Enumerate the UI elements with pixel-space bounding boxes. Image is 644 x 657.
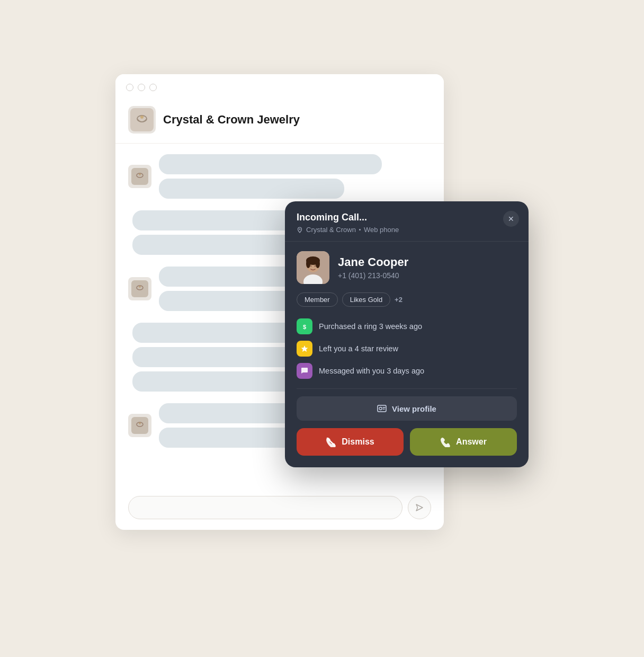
contact-info: Jane Cooper +1 (401) 213-0540 <box>338 255 517 280</box>
dismiss-phone-icon <box>326 437 336 447</box>
svg-point-18 <box>316 260 320 268</box>
brand-name: Crystal & Crown Jewelry <box>163 113 300 127</box>
location-icon <box>297 227 303 233</box>
svg-point-12 <box>299 228 300 229</box>
close-button[interactable]: ✕ <box>503 211 519 227</box>
chat-thumb-1 <box>128 165 151 188</box>
contact-name: Jane Cooper <box>338 255 517 269</box>
svg-rect-6 <box>131 280 148 297</box>
subtitle-location: Crystal & Crown <box>306 226 356 234</box>
chat-lines-1 <box>159 154 431 199</box>
chat-thumb-2 <box>128 277 151 300</box>
dismiss-button[interactable]: Dismiss <box>297 428 404 456</box>
tag-likes-gold: Likes Gold <box>342 292 390 307</box>
message-icon <box>297 363 312 379</box>
popup-header: Incoming Call... Crystal & Crown Web pho… <box>285 201 529 242</box>
svg-point-2 <box>140 116 144 119</box>
purchase-icon: $ <box>297 318 312 334</box>
tag-member: Member <box>297 292 338 307</box>
browser-dot-2 <box>138 84 145 91</box>
subtitle-dot <box>359 229 361 230</box>
answer-phone-icon <box>440 437 451 447</box>
activity-list: $ Purchased a ring 3 weeks ago Left you … <box>285 315 529 388</box>
popup-title: Incoming Call... <box>297 212 517 223</box>
activity-item-purchase: $ Purchased a ring 3 weeks ago <box>297 318 517 334</box>
svg-point-19 <box>310 265 312 267</box>
chat-bubble <box>132 323 297 343</box>
svg-marker-23 <box>301 345 308 352</box>
activity-text-message: Messaged with you 3 days ago <box>319 367 424 375</box>
activity-text-review: Left you a 4 star review <box>319 344 398 353</box>
brand-logo <box>128 106 156 134</box>
action-buttons: Dismiss Answer <box>285 428 529 467</box>
avatar <box>297 251 329 284</box>
dismiss-label: Dismiss <box>342 437 374 447</box>
chat-thumb-3 <box>128 414 151 437</box>
browser-header: Crystal & Crown Jewelry <box>115 99 444 144</box>
svg-point-11 <box>139 422 141 424</box>
view-profile-label: View profile <box>392 404 436 413</box>
chat-bubble <box>159 154 382 174</box>
tag-more: +2 <box>395 296 402 304</box>
view-profile-button[interactable]: View profile <box>297 396 517 421</box>
activity-item-review: Left you a 4 star review <box>297 341 517 357</box>
scene: Crystal & Crown Jewelry <box>115 74 529 583</box>
svg-point-17 <box>306 260 310 268</box>
activity-text-purchase: Purchased a ring 3 weeks ago <box>319 322 422 331</box>
svg-point-5 <box>139 173 141 175</box>
svg-point-20 <box>315 265 316 267</box>
review-icon <box>297 341 312 357</box>
chat-bubble <box>159 179 344 199</box>
send-button[interactable] <box>408 496 431 519</box>
svg-point-8 <box>139 286 141 288</box>
browser-titlebar <box>115 74 444 99</box>
chat-input-row <box>128 496 431 519</box>
subtitle-source: Web phone <box>364 226 399 234</box>
chat-input[interactable] <box>128 496 402 519</box>
answer-label: Answer <box>456 437 487 447</box>
browser-dot-1 <box>126 84 133 91</box>
chat-row-1 <box>128 154 431 199</box>
svg-rect-0 <box>130 108 154 131</box>
activity-item-message: Messaged with you 3 days ago <box>297 363 517 379</box>
svg-rect-9 <box>131 417 148 434</box>
contact-phone: +1 (401) 213-0540 <box>338 271 517 280</box>
profile-card-icon <box>377 404 387 413</box>
tags-row: Member Likes Gold +2 <box>285 292 529 315</box>
svg-rect-3 <box>131 168 148 185</box>
svg-text:$: $ <box>303 324 306 330</box>
svg-point-25 <box>379 407 382 410</box>
chat-bubble <box>132 235 297 255</box>
popup-contact: Jane Cooper +1 (401) 213-0540 <box>285 242 529 292</box>
browser-dot-3 <box>149 84 157 91</box>
divider <box>297 388 517 389</box>
answer-button[interactable]: Answer <box>410 428 517 456</box>
popup-subtitle: Crystal & Crown Web phone <box>297 226 517 234</box>
call-popup: Incoming Call... Crystal & Crown Web pho… <box>285 201 529 467</box>
